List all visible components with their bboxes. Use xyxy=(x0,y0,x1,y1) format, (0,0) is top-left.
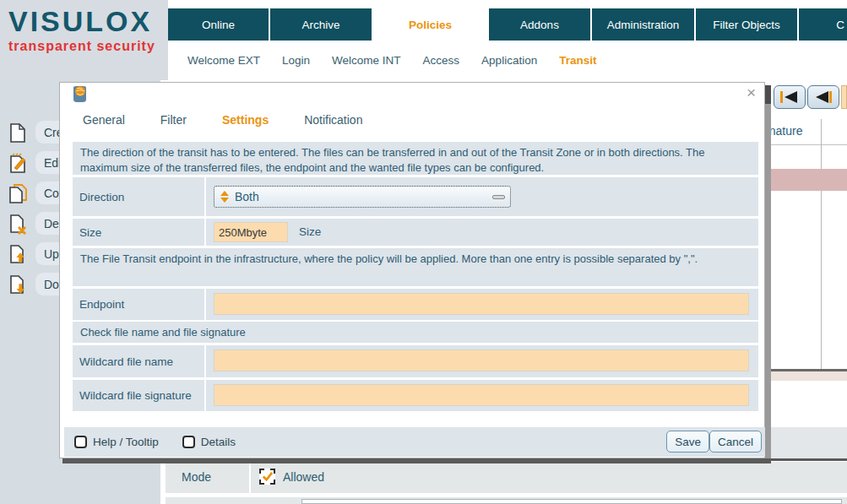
edit-document-icon xyxy=(8,153,28,177)
details-label: Details xyxy=(201,436,236,448)
direction-value: Both xyxy=(235,190,492,203)
next-field-box xyxy=(301,499,842,504)
direction-select[interactable]: Both xyxy=(214,186,511,208)
previous-page-icon xyxy=(812,89,834,105)
size-row: Size Size xyxy=(73,219,758,246)
mode-label: Mode xyxy=(182,470,211,484)
subnav-transit[interactable]: Transit xyxy=(559,54,596,67)
nav-tab-filter-objects[interactable]: Filter Objects xyxy=(696,8,797,41)
brand-logo: VISULOX xyxy=(8,5,152,38)
dialog-scrollbar-thumb[interactable] xyxy=(765,85,771,104)
wildcard-signature-row: Wildcard file signature xyxy=(73,380,758,411)
tab-general[interactable]: General xyxy=(83,113,125,127)
mode-row: Mode Allowed xyxy=(166,462,847,493)
sidebar-item-label: De xyxy=(44,217,59,230)
dialog-scrollbar[interactable] xyxy=(765,85,771,462)
endpoint-note: The File Transit endpoint in the infrast… xyxy=(73,248,758,286)
size-input[interactable] xyxy=(214,222,288,242)
check-note: Check file name and file signature xyxy=(73,322,758,343)
details-checkbox[interactable] xyxy=(182,436,195,448)
nav-tab-online[interactable]: Online xyxy=(168,8,269,41)
tab-filter[interactable]: Filter xyxy=(160,113,187,127)
dropdown-handle-icon xyxy=(492,195,505,199)
wildcard-name-row: Wildcard file name xyxy=(73,345,758,377)
help-tooltip-label: Help / Tooltip xyxy=(93,436,159,448)
delete-document-icon xyxy=(8,214,28,238)
brand-tagline: transparent security xyxy=(8,39,155,54)
tab-notification[interactable]: Notification xyxy=(304,113,362,127)
previous-page-button[interactable] xyxy=(807,85,839,109)
cancel-button[interactable]: Cancel xyxy=(709,431,762,453)
next-field-row xyxy=(166,497,847,504)
dialog-tabs: General Filter Settings Notification xyxy=(83,108,362,132)
subnav-welcome-ext[interactable]: Welcome EXT xyxy=(187,54,260,67)
sub-nav: Welcome EXT Login Welcome INT Access App… xyxy=(168,41,847,80)
download-document-icon xyxy=(8,274,28,299)
nav-tab-archive[interactable]: Archive xyxy=(270,8,372,41)
brand-block: VISULOX transparent security xyxy=(0,0,168,80)
tab-settings[interactable]: Settings xyxy=(222,113,269,127)
nav-tab-policies[interactable]: Policies xyxy=(373,8,487,41)
close-icon[interactable]: × xyxy=(747,84,756,101)
help-tooltip-checkbox[interactable] xyxy=(74,436,87,448)
table-column-divider xyxy=(821,119,822,369)
upload-document-icon xyxy=(8,244,28,268)
next-page-button[interactable] xyxy=(841,85,847,109)
mode-checkbox[interactable] xyxy=(259,469,275,485)
intro-text: The direction of the transit has to be e… xyxy=(73,142,758,175)
nav-tab-addons[interactable]: Addons xyxy=(489,8,590,41)
copy-document-icon xyxy=(8,183,28,208)
sort-arrows-icon xyxy=(220,190,230,203)
nav-tab-administration[interactable]: Administration xyxy=(592,8,694,41)
subnav-access[interactable]: Access xyxy=(423,54,460,67)
direction-row: Direction Both xyxy=(73,177,758,216)
subnav-welcome-int[interactable]: Welcome INT xyxy=(332,54,401,67)
subnav-application[interactable]: Application xyxy=(481,54,537,67)
transit-policy-dialog: × General Filter Settings Notification T… xyxy=(59,82,765,458)
wildcard-name-input[interactable] xyxy=(214,350,749,371)
policy-dialog-icon xyxy=(73,85,87,106)
dialog-footer: Help / Tooltip Details Save Cancel xyxy=(64,427,765,457)
dialog-shadow xyxy=(62,458,771,463)
wildcard-name-label: Wildcard file name xyxy=(73,345,206,377)
mode-value: Allowed xyxy=(283,470,324,484)
main-nav: Online Archive Policies Addons Administr… xyxy=(168,8,847,41)
nav-tab-partial[interactable]: C xyxy=(799,8,847,41)
size-suffix: Size xyxy=(299,225,321,238)
sidebar-item-label: Up xyxy=(44,247,59,261)
save-button[interactable]: Save xyxy=(666,431,709,453)
subnav-login[interactable]: Login xyxy=(282,54,310,67)
endpoint-input[interactable] xyxy=(214,293,749,315)
mode-row-divider xyxy=(249,462,251,493)
first-page-button[interactable] xyxy=(774,85,806,109)
wildcard-signature-label: Wildcard file signature xyxy=(73,380,206,411)
create-document-icon xyxy=(8,122,28,147)
first-page-icon xyxy=(779,89,801,105)
checkmark-icon xyxy=(261,470,274,483)
sidebar-item-label: Do xyxy=(44,278,59,291)
size-label: Size xyxy=(73,219,206,246)
endpoint-row: Endpoint xyxy=(73,289,758,320)
direction-label: Direction xyxy=(73,177,206,216)
wildcard-signature-input[interactable] xyxy=(214,384,749,406)
endpoint-label: Endpoint xyxy=(73,289,206,320)
